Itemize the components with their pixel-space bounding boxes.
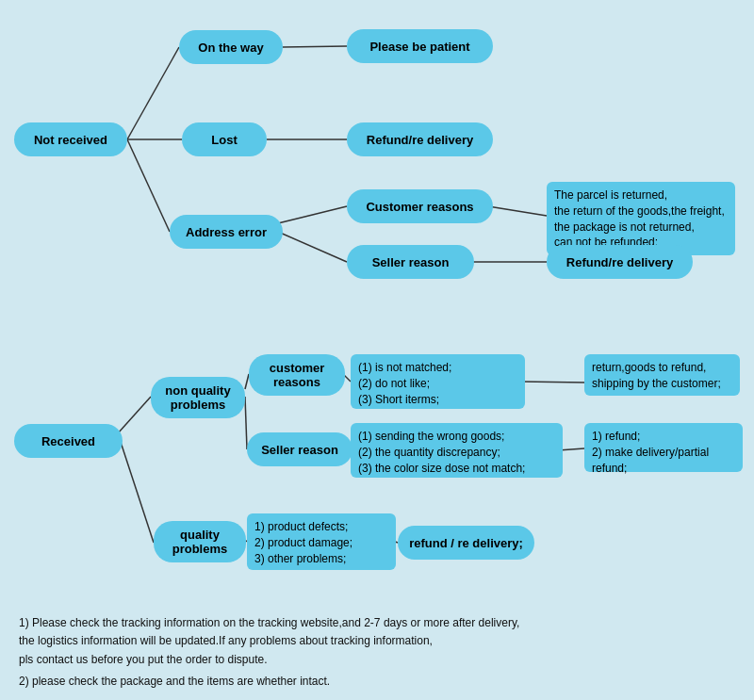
connector-lines [0, 0, 754, 700]
svg-line-3 [283, 46, 347, 47]
customer-reasons-top-node: Customer reasons [347, 189, 493, 223]
quality-problems-node: qualityproblems [154, 521, 246, 562]
on-the-way-node: On the way [179, 30, 283, 64]
not-received-node: Not received [14, 122, 127, 156]
product-defects-box: 1) product defects;2) product damage;3) … [247, 513, 396, 570]
is-not-matched-box: (1) is not matched;(2) do not like;(3) S… [351, 354, 525, 409]
diagram-container: Not received On the way Please be patien… [0, 0, 754, 700]
return-goods-box: return,goods to refund,shipping by the c… [584, 354, 740, 396]
footnote-line3: pls contact us before you put the order … [19, 651, 519, 669]
footnote-line4: 2) please check the package and the item… [19, 673, 519, 691]
refund-re-delivery-lost-node: Refund/re delivery [347, 122, 493, 156]
svg-line-6 [278, 232, 347, 262]
svg-line-12 [245, 397, 247, 449]
received-node: Received [14, 424, 123, 458]
refund-partial-box: 1) refund;2) make delivery/partial refun… [584, 423, 743, 472]
footnotes: 1) Please check the tracking information… [19, 614, 519, 691]
lost-node: Lost [182, 122, 267, 156]
please-be-patient-node: Please be patient [347, 29, 493, 63]
sending-wrong-box: (1) sending the wrong goods;(2) the quan… [351, 423, 563, 478]
seller-reason-bottom-node: Seller reason [247, 432, 352, 466]
svg-line-14 [520, 382, 584, 383]
svg-line-2 [127, 139, 170, 232]
refund-re-delivery-seller-node: Refund/re delivery [547, 245, 693, 279]
footnote-line2: the logistics information will be update… [19, 632, 519, 650]
svg-line-9 [118, 397, 151, 433]
svg-line-0 [127, 47, 179, 139]
refund-re-delivery-quality-node: refund / re delivery; [398, 526, 534, 560]
svg-line-7 [488, 206, 547, 216]
svg-line-5 [278, 206, 347, 223]
svg-line-10 [118, 433, 154, 543]
seller-reason-top-node: Seller reason [347, 245, 474, 279]
address-error-node: Address error [170, 215, 283, 249]
non-quality-node: non qualityproblems [151, 377, 245, 418]
footnote-line1: 1) Please check the tracking information… [19, 614, 519, 632]
customer-reasons-bottom-node: customerreasons [249, 354, 345, 396]
